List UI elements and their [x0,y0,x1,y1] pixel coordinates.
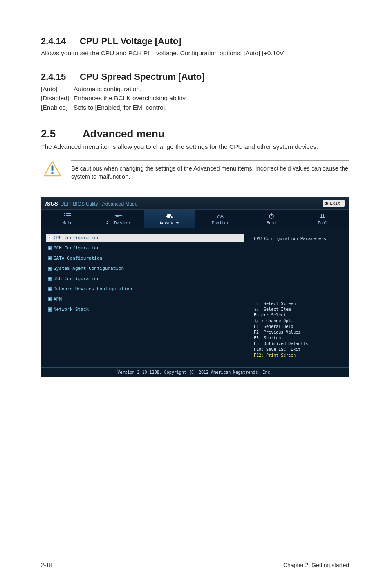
svg-rect-14 [172,215,173,215]
svg-rect-6 [66,215,71,216]
shortcut-line: F1: General Help [254,324,344,330]
menu-item-label: SATA Configuration [54,256,102,261]
svg-point-17 [171,216,173,218]
option-key: [Enabled] [41,103,74,112]
menu-item-label: Onboard Devices Configuration [54,286,132,292]
menu-item-label: USB Configuration [54,276,100,281]
slider-icon [93,213,144,220]
tab-label: Boot [267,221,276,225]
heading-title: CPU Spread Spectrum [Auto] [80,72,205,82]
heading-num: 2.5 [41,128,83,140]
option-val: Automatic configuration. [74,85,349,94]
bios-tab-ai-tweaker[interactable]: Ai Tweaker [93,210,144,228]
bios-tabs: Main Ai Tweaker Advanced Monitor [41,210,349,228]
caution-callout: Be cautious when changing the settings o… [41,160,349,185]
svg-rect-4 [66,213,71,214]
bios-tab-main[interactable]: Main [42,210,93,228]
chevron-right-icon: ▶ [48,287,52,291]
svg-rect-12 [166,215,167,215]
bios-tab-boot[interactable]: Boot [246,210,297,228]
option-row: [Enabled] Sets to [Enabled] for EMI cont… [41,103,349,112]
svg-rect-8 [66,218,71,218]
tab-label: Ai Tweaker [106,221,131,225]
chevron-right-icon: ▶ [48,277,52,281]
option-val: Enhances the BCLK overclocking ability. [74,94,349,103]
bios-tab-monitor[interactable]: Monitor [195,210,246,228]
bios-help-title: CPU Configuration Parameters [254,234,344,241]
shortcut-line: →←: Select Screen [254,301,344,307]
shortcut-line: F3: Shortcut [254,335,344,341]
bios-menu-item-cpu-configuration[interactable]: ▶ CPU Configuration [46,234,244,242]
chevron-right-icon: ▶ [48,297,52,301]
option-row: [Auto] Automatic configuration. [41,85,349,94]
chevron-right-icon: ▶ [48,307,52,312]
page-number: 2-18 [41,562,52,568]
menu-item-label: CPU Configuration [54,235,100,240]
shortcut-line: F10: Save ESC: Exit [254,347,344,352]
svg-line-18 [220,215,222,218]
menu-item-label: System Agent Configuration [54,266,124,271]
bios-title: /SUS UEFI BIOS Utility - Advanced Mode [45,200,137,207]
bios-menu-item-apm[interactable]: ▶ APM [46,295,244,303]
tab-label: Advanced [159,221,179,225]
option-key: [Disabled] [41,94,74,103]
tab-label: Main [63,221,72,225]
shortcut-line: ↑↓: Select Item [254,307,344,312]
heading-title: CPU PLL Voltage [Auto] [80,36,182,46]
heading-title: Advanced menu [83,128,165,140]
bios-exit-button[interactable]: Exit [323,200,345,207]
bios-body: ▶ CPU Configuration ▶ PCH Configuration … [41,228,349,367]
bios-menu-list: ▶ CPU Configuration ▶ PCH Configuration … [41,228,249,367]
gauge-icon [195,213,246,220]
chapter-title: Chapter 2: Getting started [283,562,349,568]
bios-footer: Version 2.10.1208. Copyright (C) 2012 Am… [41,367,349,377]
section-2414-desc: Allows you to set the CPU and PCH PLL vo… [41,49,349,58]
svg-rect-7 [64,218,65,218]
svg-point-10 [116,215,119,217]
heading-num: 2.4.15 [41,72,80,82]
bios-tab-tool[interactable]: Tool [297,210,348,228]
tool-icon [297,213,348,220]
bios-menu-item-sata-configuration[interactable]: ▶ SATA Configuration [46,254,244,262]
power-icon [246,213,297,220]
bios-menu-item-pch-configuration[interactable]: ▶ PCH Configuration [46,244,244,252]
bios-menu-item-system-agent-configuration[interactable]: ▶ System Agent Configuration [46,265,244,272]
svg-rect-22 [321,214,322,217]
bios-help-panel: CPU Configuration Parameters →←: Select … [249,228,349,367]
svg-rect-3 [64,213,65,214]
list-icon [42,213,93,220]
svg-rect-21 [320,217,325,218]
heading-2-4-14: 2.4.14CPU PLL Voltage [Auto] [41,36,349,47]
heading-num: 2.4.14 [41,36,80,47]
svg-rect-5 [64,215,65,216]
option-key: [Auto] [41,85,74,94]
chevron-right-icon: ▶ [48,256,52,260]
menu-item-label: Network Stack [54,307,89,312]
option-row: [Disabled] Enhances the BCLK overclockin… [41,94,349,103]
bios-menu-item-network-stack[interactable]: ▶ Network Stack [46,305,244,313]
menu-item-label: APM [54,296,62,302]
shortcut-line: Enter: Select [254,312,344,318]
bios-menu-item-onboard-devices-configuration[interactable]: ▶ Onboard Devices Configuration [46,285,244,293]
svg-rect-1 [52,165,54,171]
chevron-right-icon: ▶ [48,246,52,250]
asus-logo: /SUS [45,200,58,207]
svg-rect-13 [166,216,167,217]
bios-menu-item-usb-configuration[interactable]: ▶ USB Configuration [46,275,244,283]
chevron-right-icon: ▶ [48,267,52,271]
tab-label: Monitor [212,221,229,225]
page-footer: 2-18 Chapter 2: Getting started [41,559,349,568]
shortcut-line: F2: Previous Values [254,330,344,335]
svg-rect-23 [323,214,324,217]
shortcut-line: +/-: Change Opt. [254,318,344,324]
shortcut-line: F5: Optimized Defaults [254,341,344,347]
caution-icon [43,160,61,178]
heading-2-4-15: 2.4.15CPU Spread Spectrum [Auto] [41,72,349,82]
caution-text: Be cautious when changing the settings o… [71,160,349,185]
bios-tab-advanced[interactable]: Advanced [144,210,195,228]
heading-2-5: 2.5Advanced menu [41,128,349,140]
chip-icon [144,213,195,220]
bios-screenshot: /SUS UEFI BIOS Utility - Advanced Mode E… [41,197,349,377]
bios-shortcuts: →←: Select Screen ↑↓: Select Item Enter:… [254,298,344,358]
shortcut-line: F12: Print Screen [254,352,344,358]
